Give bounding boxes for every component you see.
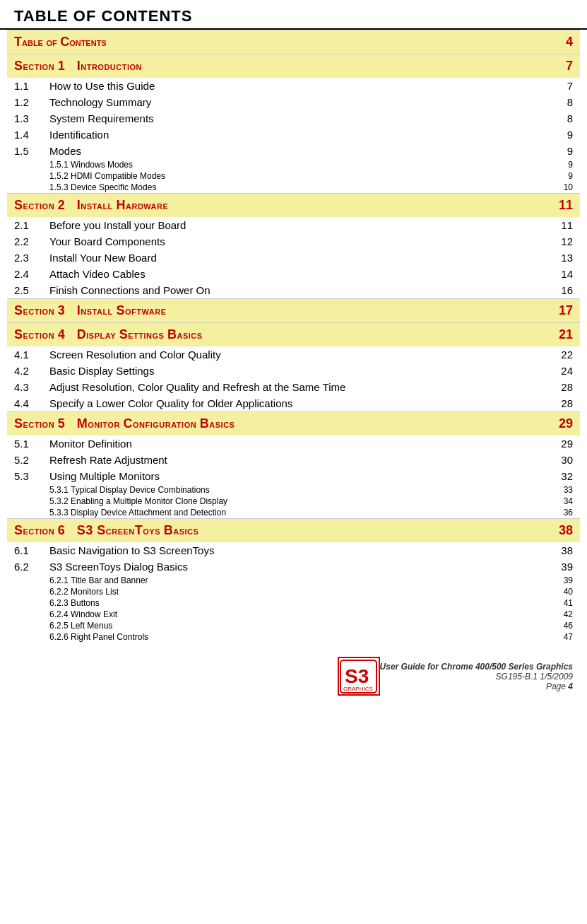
entry-5-1: 5.1 Monitor Definition 29 [7, 435, 580, 452]
section1-page: 7 [566, 59, 573, 74]
content-area: Table of Contents 4 Section 1 Introducti… [0, 30, 587, 643]
page-header: TABLE OF CONTENTS [0, 0, 587, 30]
sub-entry-1-5-2: 1.5.2 HDMI Compatible Modes 9 [7, 170, 580, 182]
entry-4-3: 4.3 Adjust Resolution, Color Quality and… [7, 379, 580, 395]
entry-1-4: 1.4 Identification 9 [7, 127, 580, 143]
toc-page-num: 4 [566, 35, 573, 49]
toc-header-row: Table of Contents 4 [7, 30, 580, 54]
svg-text:S3: S3 [345, 665, 369, 687]
entry-2-3: 2.3 Install Your New Board 13 [7, 250, 580, 266]
section6-header: Section 6 S3 ScreenToys Basics 38 [7, 518, 580, 542]
sub-entry-1-5-1: 1.5.1 Windows Modes 9 [7, 159, 580, 170]
footer-doc-id: SG195-B.1 1/5/2009 [380, 672, 573, 682]
sub-entry-5-3-3: 5.3.3 Display Device Attachment and Dete… [7, 507, 580, 518]
section3-title: Section 3 Install Software [14, 303, 167, 318]
entry-2-2: 2.2 Your Board Components 12 [7, 233, 580, 250]
section2-title: Section 2 Install Hardware [14, 198, 168, 213]
section1-header: Section 1 Introduction 7 [7, 54, 580, 78]
entry-2-4: 2.4 Attach Video Cables 14 [7, 266, 580, 282]
section5-header: Section 5 Monitor Configuration Basics 2… [7, 411, 580, 435]
section5-title: Section 5 Monitor Configuration Basics [14, 416, 235, 431]
section2-header: Section 2 Install Hardware 11 [7, 193, 580, 217]
section4-title: Section 4 Display Settings Basics [14, 327, 203, 342]
entry-1-1: 1.1 How to Use this Guide 7 [7, 78, 580, 94]
s3-logo: S3 GRAPHICS [338, 657, 380, 696]
toc-section-title: Table of Contents [14, 35, 107, 49]
entry-2-5: 2.5 Finish Connections and Power On 16 [7, 282, 580, 298]
section6-title: Section 6 S3 ScreenToys Basics [14, 523, 198, 538]
svg-text:GRAPHICS: GRAPHICS [343, 686, 373, 692]
entry-2-1: 2.1 Before you Install your Board 11 [7, 217, 580, 233]
section3-header: Section 3 Install Software 17 [7, 298, 580, 322]
section2-page: 11 [559, 198, 573, 213]
sub-entry-6-2-5: 6.2.5 Left Menus 46 [7, 620, 580, 631]
entry-4-4: 4.4 Specify a Lower Color Quality for Ol… [7, 395, 580, 411]
section1-title: Section 1 Introduction [14, 59, 142, 74]
page-header-title: TABLE OF CONTENTS [14, 7, 573, 25]
page-wrapper: TABLE OF CONTENTS Table of Contents 4 Se… [0, 0, 587, 703]
entry-6-1: 6.1 Basic Navigation to S3 ScreenToys 38 [7, 542, 580, 559]
s3-logo-svg: S3 GRAPHICS [339, 659, 378, 694]
sub-entry-6-2-6: 6.2.6 Right Panel Controls 47 [7, 631, 580, 643]
sub-entry-6-2-3: 6.2.3 Buttons 41 [7, 597, 580, 609]
footer-text: User Guide for Chrome 400/500 Series Gra… [380, 662, 573, 691]
entry-1-2: 1.2 Technology Summary 8 [7, 94, 580, 110]
footer-page: Page 4 [380, 682, 573, 691]
entry-1-3: 1.3 System Requirements 8 [7, 110, 580, 127]
footer-doc-title: User Guide for Chrome 400/500 Series Gra… [380, 662, 573, 672]
entry-4-2: 4.2 Basic Display Settings 24 [7, 363, 580, 379]
sub-entry-6-2-4: 6.2.4 Window Exit 42 [7, 609, 580, 620]
page-footer: S3 GRAPHICS User Guide for Chrome 400/50… [0, 650, 587, 703]
section6-page: 38 [559, 523, 573, 538]
sub-entry-6-2-2: 6.2.2 Monitors List 40 [7, 586, 580, 597]
section3-page: 17 [559, 303, 573, 318]
entry-6-2: 6.2 S3 ScreenToys Dialog Basics 39 [7, 559, 580, 575]
sub-entry-1-5-3: 1.5.3 Device Specific Modes 10 [7, 182, 580, 193]
entry-1-5: 1.5 Modes 9 [7, 143, 580, 159]
sub-entry-5-3-1: 5.3.1 Typical Display Device Combination… [7, 484, 580, 496]
entry-4-1: 4.1 Screen Resolution and Color Quality … [7, 346, 580, 363]
sub-entry-5-3-2: 5.3.2 Enabling a Multiple Monitor Clone … [7, 496, 580, 507]
section4-header: Section 4 Display Settings Basics 21 [7, 322, 580, 346]
section5-page: 29 [559, 416, 573, 431]
sub-entry-6-2-1: 6.2.1 Title Bar and Banner 39 [7, 575, 580, 586]
section4-page: 21 [559, 327, 573, 342]
entry-5-2: 5.2 Refresh Rate Adjustment 30 [7, 452, 580, 468]
entry-5-3: 5.3 Using Multiple Monitors 32 [7, 468, 580, 484]
